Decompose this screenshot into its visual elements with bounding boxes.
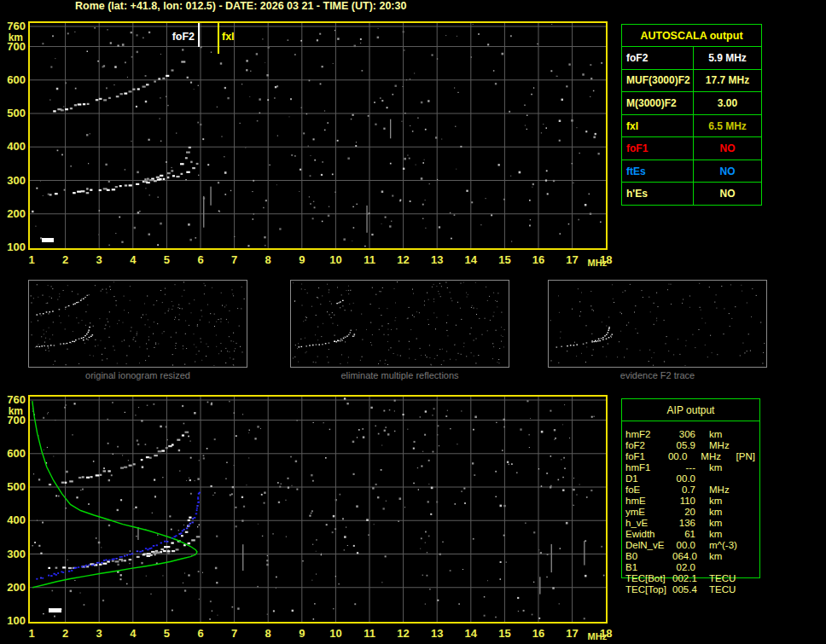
svg-text:5: 5 xyxy=(164,627,170,640)
parameter-label: MUF(3000)F2 xyxy=(622,70,694,92)
thumbnail-eliminate-reflections xyxy=(290,280,509,368)
aip-row-B1: B102.0 xyxy=(625,562,755,573)
parameter-value: 6.5 MHz xyxy=(694,115,761,137)
svg-text:16: 16 xyxy=(532,627,544,640)
aip-v-cell: 0.7 xyxy=(672,484,695,496)
svg-text:300: 300 xyxy=(7,174,26,187)
svg-text:500: 500 xyxy=(7,480,26,493)
aip-l-cell: D1 xyxy=(625,473,672,484)
aip-l-cell: ymE xyxy=(625,507,672,518)
aip-u-cell: MHz xyxy=(701,451,730,462)
aip-row-foF1: foF100.0MHz[PN] xyxy=(625,451,755,462)
svg-text:16: 16 xyxy=(532,253,544,266)
svg-text:600: 600 xyxy=(7,447,26,460)
aip-u-cell: km xyxy=(709,496,743,507)
parameter-value: NO xyxy=(694,183,761,205)
aip-u-cell: km xyxy=(709,529,743,540)
aip-l-cell: hmF1 xyxy=(625,462,672,473)
svg-text:500: 500 xyxy=(7,107,26,119)
autoscala-row-ftEs: ftEsNO xyxy=(622,160,761,183)
svg-text:400: 400 xyxy=(7,513,26,526)
svg-text:5: 5 xyxy=(164,253,170,266)
aip-row-D1: D100.0 xyxy=(625,473,755,484)
svg-text:7: 7 xyxy=(231,253,237,266)
svg-text:10: 10 xyxy=(329,253,341,266)
aip-u-cell: m^(-3) xyxy=(709,540,743,551)
svg-text:9: 9 xyxy=(299,253,305,266)
aip-l-cell: foF2 xyxy=(625,440,672,451)
svg-text:760: 760 xyxy=(7,393,26,406)
aip-l-cell: Ewidth xyxy=(625,529,672,540)
svg-text:200: 200 xyxy=(7,581,26,594)
svg-text:600: 600 xyxy=(7,73,26,86)
ionogram-traces xyxy=(48,432,200,569)
x-axis-labels: 123456789101112131415161718MHz xyxy=(28,627,612,641)
aip-u-cell: TECU xyxy=(709,573,743,584)
aip-row-B0: B0064.0km xyxy=(625,551,755,562)
svg-text:1: 1 xyxy=(28,253,34,266)
aip-l-cell: DelN_vE xyxy=(625,540,672,551)
aip-v-cell: 20 xyxy=(672,507,695,518)
aip-v-cell: 306 xyxy=(672,429,695,440)
autoscala-row-h'Es: h'EsNO xyxy=(622,183,761,205)
aip-v-cell: 110 xyxy=(672,496,695,507)
aip-u-cell: MHz xyxy=(709,440,743,451)
aip-row-hmF2: hmF2306km xyxy=(625,429,755,440)
aip-v-cell: 005.4 xyxy=(672,584,695,595)
aip-row-hmE: hmE110km xyxy=(625,496,755,507)
aip-l-cell: hmF2 xyxy=(625,429,672,440)
thumbnail-caption-evidence: evidence F2 trace xyxy=(548,370,767,380)
aip-row-h_vE: h_vE136km xyxy=(625,518,755,529)
aip-profile-ionogram-plot: 760700600500400300200100km12345678910111… xyxy=(0,391,623,644)
autoscala-row-M(3000)F2: M(3000)F23.00 xyxy=(622,92,761,115)
svg-text:300: 300 xyxy=(7,548,26,560)
plot-axes: 760700600500400300200100km12345678910111… xyxy=(7,20,612,268)
svg-text:2: 2 xyxy=(62,627,68,640)
aip-e-cell: [PN] xyxy=(736,451,755,462)
aip-row-hmF1: hmF1---km xyxy=(625,462,755,473)
aip-l-cell: TEC[Bot] xyxy=(625,573,672,584)
autoscala-row-foF2: foF25.9 MHz xyxy=(622,47,761,70)
tec-top-row: TEC[Top]005.4TECU xyxy=(625,584,755,595)
thumbnail-evidence-f2-trace xyxy=(548,280,767,368)
aip-table-title: AIP output xyxy=(622,399,759,421)
svg-text:8: 8 xyxy=(265,627,271,640)
svg-text:4: 4 xyxy=(130,627,137,640)
aip-u-cell xyxy=(709,473,743,484)
svg-text:100: 100 xyxy=(7,241,26,253)
svg-text:MHz: MHz xyxy=(588,631,608,641)
svg-text:12: 12 xyxy=(397,627,409,640)
aip-output-section: AIP output hmF2306kmfoF205.9MHzfoF100.0M… xyxy=(621,398,760,606)
aip-v-cell: 05.9 xyxy=(672,440,695,451)
svg-text:100: 100 xyxy=(7,614,26,627)
svg-text:12: 12 xyxy=(397,253,409,266)
parameter-value: 5.9 MHz xyxy=(694,47,761,69)
svg-text:200: 200 xyxy=(7,207,26,220)
aip-u-cell: MHz xyxy=(709,484,743,496)
fxI-marker-label: fxI xyxy=(222,31,235,43)
thumbnail-evidence-f2-trace-image xyxy=(549,281,766,367)
aip-v-cell: 00.0 xyxy=(672,540,695,551)
aip-u-cell: TECU xyxy=(709,584,743,595)
aip-l-cell: foF1 xyxy=(625,451,667,462)
aip-u-cell xyxy=(709,562,743,573)
aip-l-cell: foE xyxy=(625,484,672,496)
noise-layer xyxy=(32,397,605,620)
svg-text:6: 6 xyxy=(197,253,203,266)
parameter-label: M(3000)F2 xyxy=(622,92,694,114)
aip-l-cell: TEC[Top] xyxy=(625,584,672,595)
parameter-label: fxI xyxy=(622,115,694,137)
parameter-value: 17.7 MHz xyxy=(694,70,761,92)
svg-text:13: 13 xyxy=(431,627,443,640)
frequency-markers: foF2fxI xyxy=(172,23,235,54)
aip-v-cell: 064.0 xyxy=(672,551,695,562)
station-date-time-header: Rome (lat: +41.8, lon: 012.5) - DATE: 20… xyxy=(75,0,406,12)
aip-u-cell: km xyxy=(709,462,743,473)
scaled-ionogram-plot: 760700600500400300200100km12345678910111… xyxy=(0,17,623,270)
autoscala-row-MUF(3000)F2: MUF(3000)F217.7 MHz xyxy=(622,70,761,93)
svg-text:400: 400 xyxy=(7,140,26,153)
svg-text:7: 7 xyxy=(231,627,237,640)
svg-text:17: 17 xyxy=(566,627,578,640)
aip-l-cell: B0 xyxy=(625,551,672,562)
parameter-label: foF1 xyxy=(622,137,694,160)
